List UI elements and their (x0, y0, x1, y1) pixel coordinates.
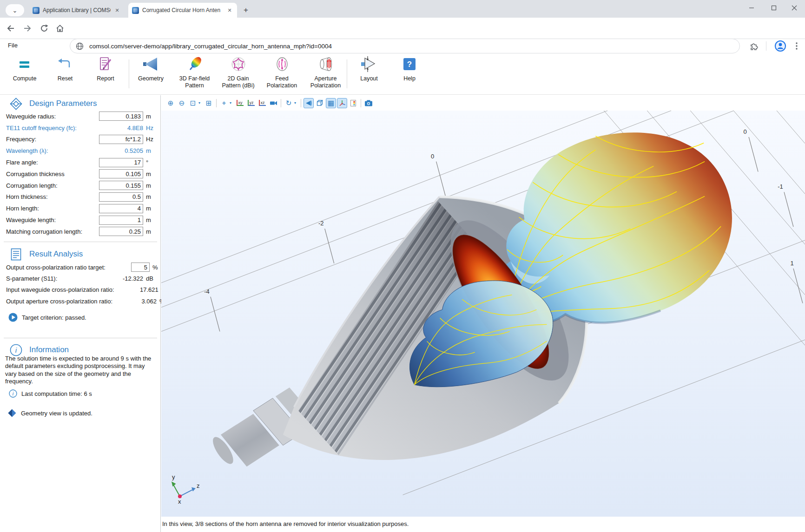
transparency-toggle[interactable] (315, 98, 325, 108)
view-yz-icon: yz (248, 100, 255, 106)
parameter-unit: dB (146, 275, 157, 282)
close-button[interactable] (784, 0, 805, 16)
parameter-unit: m (146, 182, 157, 189)
close-icon (792, 5, 797, 11)
default-view-icon: ⌖ (222, 99, 226, 107)
maximize-button[interactable] (763, 0, 785, 16)
parameter-unit: Hz (146, 125, 157, 131)
target-criterion-row: Target criterion: passed. (0, 313, 161, 322)
view-yz-button[interactable]: yz (246, 98, 256, 108)
default-view-button[interactable]: ⌖ (219, 98, 229, 108)
parameter-input[interactable] (99, 158, 143, 167)
default-view-caret[interactable]: ▾ (230, 101, 234, 105)
zoom-in-button[interactable]: ⊕ (165, 98, 176, 108)
section-divider (4, 338, 157, 338)
comsol-favicon (33, 7, 40, 14)
view-xy-button[interactable]: xy (235, 98, 245, 108)
geometry-updated-text: Geometry view is updated. (21, 410, 92, 417)
parameter-unit: m (146, 171, 157, 177)
parameter-row: Horn length:m (0, 203, 161, 214)
axes-toggle[interactable] (337, 98, 347, 108)
forward-icon (22, 23, 33, 33)
parameter-label: Input waveguide cross-polarization ratio… (6, 286, 114, 293)
parameter-input[interactable] (99, 135, 143, 144)
grid-icon: ▦ (328, 99, 334, 107)
report-button[interactable]: Report (86, 55, 125, 93)
view-xy-icon: xy (237, 100, 244, 106)
parameter-input[interactable] (99, 169, 143, 178)
chevron-down-icon: ⌄ (13, 7, 18, 14)
parameter-input[interactable] (99, 204, 143, 213)
rotate-caret[interactable]: ▾ (294, 101, 298, 105)
geometry-horn-icon (143, 55, 159, 73)
browser-tab-1[interactable]: Application Library | COMSOL S ✕ (29, 3, 125, 18)
3d-far-field-icon (186, 55, 203, 73)
color-legend-icon (350, 99, 357, 107)
tab-search-button[interactable]: ⌄ (6, 4, 24, 16)
new-tab-button[interactable]: + (240, 4, 252, 16)
aperture-polarization-button[interactable]: Aperture Polarization (304, 55, 347, 93)
parameter-row: Input waveguide cross-polarization ratio… (0, 284, 161, 296)
parameter-row: TE11 cutoff frequency (fc):4.8E8Hz (0, 122, 161, 134)
parameter-row: Corrugation length:m (0, 180, 161, 191)
zoom-box-caret[interactable]: ▾ (198, 101, 203, 105)
parameter-input[interactable] (99, 227, 143, 236)
zoom-out-button[interactable]: ⊖ (177, 98, 187, 108)
zoom-box-button[interactable]: ⊡ (188, 98, 198, 108)
parameter-input[interactable] (99, 112, 143, 121)
app-menubar: File (0, 40, 805, 51)
svg-text:z: z (197, 482, 199, 489)
far-field-pattern-button[interactable]: 3D Far-field Pattern (173, 55, 216, 93)
axes-icon (338, 99, 346, 107)
tab-close-icon[interactable]: ✕ (113, 7, 121, 14)
compute-button[interactable]: Compute (5, 55, 45, 93)
color-legend-toggle[interactable] (348, 98, 358, 108)
parameter-unit: m (146, 147, 157, 154)
forward-button[interactable] (20, 21, 34, 35)
parameter-value: 3.062 (112, 298, 157, 305)
tab-close-icon[interactable]: ✕ (226, 7, 233, 14)
browser-tab-2[interactable]: Corrugated Circular Horn Anten ✕ (128, 3, 237, 18)
scene-light-toggle[interactable] (304, 98, 314, 108)
layout-button[interactable]: Layout (347, 55, 391, 93)
parameter-label: Corrugation length: (6, 182, 99, 189)
parameter-label: Matching corrugation length: (6, 228, 99, 235)
feed-polarization-button[interactable]: Feed Polarization (260, 55, 304, 93)
file-menu[interactable]: File (6, 41, 20, 50)
view-xz-button[interactable]: xz (257, 98, 267, 108)
parameter-label: Wavelength (λ): (6, 147, 99, 154)
grid-toggle[interactable]: ▦ (326, 98, 336, 108)
graphics-canvas[interactable]: 0 -2 -4 0 -1 1 (161, 111, 805, 517)
parameter-row: Frequency:Hz (0, 134, 161, 145)
snapshot-button[interactable] (363, 98, 374, 108)
scene-projection-button[interactable] (268, 98, 278, 108)
geometry-updated-row: Geometry view is updated. (0, 408, 161, 418)
zoom-extents-button[interactable]: ⊞ (204, 98, 214, 108)
tab-title: Corrugated Circular Horn Anten (142, 7, 223, 13)
compute-icon (17, 55, 33, 73)
parameter-unit: m (146, 113, 157, 120)
back-button[interactable] (4, 21, 18, 35)
geometry-diamond-icon (7, 408, 17, 418)
last-computation-text: Last computation time: 6 s (21, 390, 92, 397)
parameter-input[interactable] (99, 192, 143, 202)
parameter-label: Flare angle: (6, 159, 99, 166)
home-button[interactable] (53, 21, 67, 35)
parameter-input[interactable] (131, 263, 150, 272)
rotate-icon: ↻ (286, 99, 292, 107)
transparency-cube-icon (316, 99, 323, 107)
geometry-button[interactable]: Geometry (129, 55, 172, 93)
toolbar-separator (216, 99, 217, 107)
reload-button[interactable] (37, 21, 51, 35)
parameter-input[interactable] (99, 216, 143, 225)
zoom-box-icon: ⊡ (190, 99, 196, 107)
svg-text:-1: -1 (778, 183, 783, 190)
minimize-button[interactable] (741, 0, 762, 16)
help-button[interactable]: ? Help (391, 55, 428, 93)
zoom-in-icon: ⊕ (168, 99, 174, 107)
parameter-input[interactable] (99, 181, 143, 190)
reset-button[interactable]: Reset (45, 55, 85, 93)
gain-pattern-button[interactable]: 2D Gain Pattern (dBi) (217, 55, 260, 93)
layout-icon (361, 55, 377, 73)
rotate-button[interactable]: ↻ (284, 98, 294, 108)
